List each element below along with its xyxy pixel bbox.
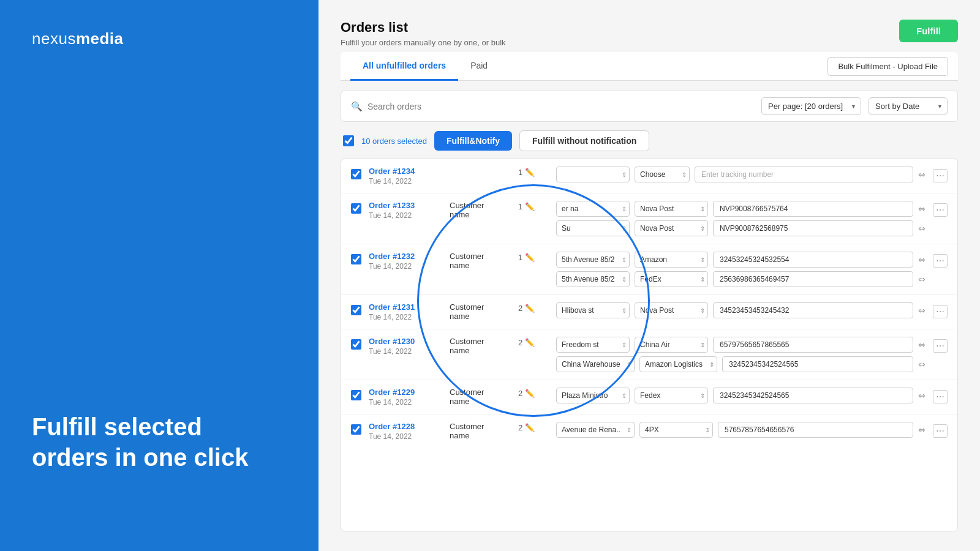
order-link-1233[interactable]: Order #1233 bbox=[369, 201, 442, 210]
order-checkbox-1232[interactable] bbox=[351, 254, 361, 264]
order-link-1229[interactable]: Order #1229 bbox=[369, 388, 442, 397]
address-select-1234-0[interactable] bbox=[556, 167, 630, 182]
order-checkbox-1233[interactable] bbox=[351, 203, 361, 214]
bulk-upload-button[interactable]: Bulk Fulfilment - Upload File bbox=[827, 57, 948, 76]
tracking-input-1233-1[interactable] bbox=[713, 220, 913, 236]
carrier-select-1230-1[interactable]: Amazon Logistics bbox=[639, 356, 717, 372]
expand-icon-1230[interactable]: ⋯ bbox=[933, 339, 948, 353]
row-actions-1229: ⋯ bbox=[933, 388, 948, 403]
carrier-select-1230-0[interactable]: China Air bbox=[635, 337, 708, 353]
carrier-select-1232-1[interactable]: FedEx bbox=[635, 271, 708, 287]
tracking-input-1232-0[interactable] bbox=[713, 252, 913, 268]
items-1231: 2 ✏️ bbox=[518, 302, 549, 313]
carrier-select-wrapper-1232-0: Amazon bbox=[635, 252, 708, 268]
drag-icon-1233-0[interactable]: ⇔ bbox=[918, 204, 925, 214]
order-link-1232[interactable]: Order #1232 bbox=[369, 252, 442, 261]
per-page-select[interactable]: Per page: [20 orders] Per page: [50 orde… bbox=[761, 97, 861, 115]
tracking-input-1230-0[interactable] bbox=[713, 337, 913, 353]
address-select-1231-0[interactable]: Hlibova st bbox=[556, 302, 630, 318]
address-select-wrapper-1228-0: Avenue de Rena.. bbox=[556, 422, 635, 438]
tracking-input-1234-0[interactable] bbox=[695, 167, 913, 182]
logo: nexusmedia bbox=[32, 29, 124, 48]
address-select-wrapper-1230-0: Freedom st bbox=[556, 337, 630, 353]
address-select-wrapper-1230-1: China Warehouse bbox=[556, 356, 635, 372]
carrier-select-1231-0[interactable]: Nova Post bbox=[635, 302, 708, 318]
order-info-1233: Order #1233 Tue 14, 2022 bbox=[369, 201, 442, 220]
tracking-input-1233-0[interactable] bbox=[713, 201, 913, 217]
tab-all-unfulfilled[interactable]: All unfulfilled orders bbox=[350, 52, 458, 81]
address-select-1229-0[interactable]: Plaza Ministro bbox=[556, 388, 630, 403]
select-all-checkbox[interactable] bbox=[343, 135, 354, 146]
right-panel: Orders list Fulfill your orders manually… bbox=[318, 0, 980, 551]
drag-icon-1228-0[interactable]: ⇔ bbox=[918, 425, 925, 435]
carrier-select-1233-1[interactable]: Nova Post bbox=[635, 220, 708, 236]
order-checkbox-1230[interactable] bbox=[351, 339, 361, 350]
drag-icon-1229-0[interactable]: ⇔ bbox=[918, 391, 925, 400]
page-title: Orders list bbox=[341, 20, 506, 36]
table-row: Order #1230 Tue 14, 2022 Customername 2 … bbox=[341, 329, 957, 380]
logo-nexus: nexus bbox=[32, 29, 76, 48]
order-link-1228[interactable]: Order #1228 bbox=[369, 422, 442, 431]
order-link-1231[interactable]: Order #1231 bbox=[369, 302, 442, 312]
address-select-1232-0[interactable]: 5th Avenue 85/2 bbox=[556, 252, 630, 268]
pencil-icon-1232: ✏️ bbox=[525, 253, 535, 262]
pencil-icon-1229: ✏️ bbox=[525, 389, 535, 398]
expand-icon-1229[interactable]: ⋯ bbox=[933, 390, 948, 403]
address-select-1228-0[interactable]: Avenue de Rena.. bbox=[556, 422, 635, 438]
fulfillment-row-1230-0: Freedom st China Air ⇔ bbox=[556, 337, 925, 353]
order-link-1234[interactable]: Order #1234 bbox=[369, 167, 442, 176]
address-select-1230-1[interactable]: China Warehouse bbox=[556, 356, 635, 372]
drag-icon-1231-0[interactable]: ⇔ bbox=[918, 305, 925, 315]
tab-paid[interactable]: Paid bbox=[458, 52, 500, 81]
expand-icon-1232[interactable]: ⋯ bbox=[933, 254, 948, 268]
order-date-1230: Tue 14, 2022 bbox=[369, 347, 442, 356]
expand-icon-1234[interactable]: ⋯ bbox=[933, 169, 948, 182]
address-select-1233-0[interactable]: er na bbox=[556, 201, 630, 217]
address-select-1232-1[interactable]: 5th Avenue 85/2 bbox=[556, 271, 630, 287]
row-actions-1228: ⋯ bbox=[933, 422, 948, 438]
sort-by-select[interactable]: Sort by Date Sort by Order # bbox=[869, 97, 948, 115]
tracking-input-1229-0[interactable] bbox=[713, 388, 913, 403]
tracking-input-1232-1[interactable] bbox=[713, 271, 913, 287]
expand-icon-1231[interactable]: ⋯ bbox=[933, 305, 948, 318]
order-checkbox-1229[interactable] bbox=[351, 390, 361, 400]
fulfill-no-notify-button[interactable]: Fulfill without notification bbox=[519, 130, 649, 151]
drag-icon-1232-1[interactable]: ⇔ bbox=[918, 274, 925, 284]
carrier-select-wrapper-1232-1: FedEx bbox=[635, 271, 708, 287]
carrier-select-1228-0[interactable]: 4PX bbox=[639, 422, 713, 438]
carrier-select-1232-0[interactable]: Amazon bbox=[635, 252, 708, 268]
selected-count-label: 10 orders selected bbox=[361, 137, 427, 146]
carrier-select-1234-0[interactable]: Choose Nova Post FedEx Amazon bbox=[635, 167, 690, 182]
table-row: Order #1234 Tue 14, 2022 1 ✏️ C bbox=[341, 159, 957, 193]
search-input[interactable] bbox=[368, 102, 551, 111]
search-box: 🔍 bbox=[351, 101, 761, 112]
fulfill-notify-button[interactable]: Fulfill&Notify bbox=[434, 131, 512, 151]
tracking-input-1231-0[interactable] bbox=[713, 302, 913, 318]
drag-icon-1230-0[interactable]: ⇔ bbox=[918, 340, 925, 350]
order-checkbox-1234[interactable] bbox=[351, 169, 361, 179]
drag-icon-1230-1[interactable]: ⇔ bbox=[918, 359, 925, 369]
drag-icon-1232-0[interactable]: ⇔ bbox=[918, 255, 925, 264]
drag-icon-1233-1[interactable]: ⇔ bbox=[918, 223, 925, 233]
carrier-select-1233-0[interactable]: Nova Post bbox=[635, 201, 708, 217]
order-checkbox-1228[interactable] bbox=[351, 424, 361, 435]
carrier-select-1229-0[interactable]: Fedex bbox=[635, 388, 708, 403]
fulfill-button[interactable]: Fulfill bbox=[899, 20, 958, 42]
search-icon: 🔍 bbox=[351, 101, 363, 112]
tracking-input-1228-0[interactable] bbox=[718, 422, 913, 438]
fulfillment-row-1228-0: Avenue de Rena.. 4PX ⇔ bbox=[556, 422, 925, 438]
page-subtitle: Fulfill your orders manually one by one,… bbox=[341, 38, 506, 47]
items-1228: 2 ✏️ bbox=[518, 422, 549, 432]
fulfillment-cols-1230: Freedom st China Air ⇔ China Warehous bbox=[556, 337, 925, 372]
items-1229: 2 ✏️ bbox=[518, 388, 549, 398]
expand-icon-1228[interactable]: ⋯ bbox=[933, 424, 948, 438]
drag-icon-1234-0[interactable]: ⇔ bbox=[918, 170, 925, 179]
order-checkbox-1231[interactable] bbox=[351, 305, 361, 315]
address-select-1233-1[interactable]: Su bbox=[556, 220, 630, 236]
address-select-1230-0[interactable]: Freedom st bbox=[556, 337, 630, 353]
order-link-1230[interactable]: Order #1230 bbox=[369, 337, 442, 346]
order-date-1229: Tue 14, 2022 bbox=[369, 398, 442, 407]
expand-icon-1233[interactable]: ⋯ bbox=[933, 203, 948, 217]
tracking-input-1230-1[interactable] bbox=[722, 356, 913, 372]
filter-right: Per page: [20 orders] Per page: [50 orde… bbox=[761, 97, 948, 115]
